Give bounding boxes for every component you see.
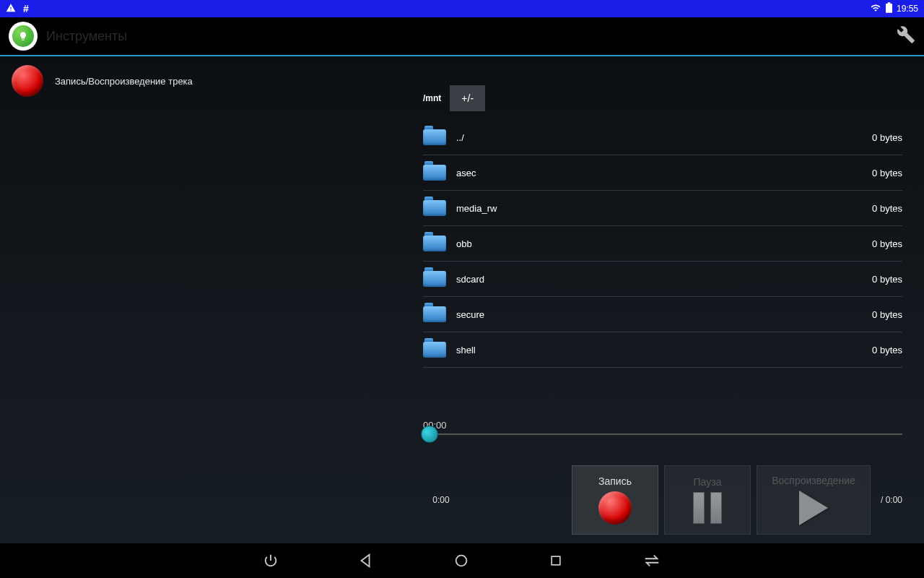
file-size: 0 bytes <box>872 132 902 143</box>
file-name: media_rw <box>456 203 497 214</box>
playback-timeline: 00:00 <box>423 420 902 435</box>
hash-icon: # <box>23 3 29 14</box>
record-button[interactable]: Запись <box>572 465 658 535</box>
warning-icon <box>6 3 16 15</box>
pause-button-label: Пауза <box>694 476 722 488</box>
file-size: 0 bytes <box>872 309 902 320</box>
record-indicator-icon <box>12 65 43 97</box>
timeline-position-label: 00:00 <box>423 420 902 431</box>
file-item-parent[interactable]: ../ 0 bytes <box>423 120 902 155</box>
file-item[interactable]: secure 0 bytes <box>423 297 902 332</box>
folder-icon <box>423 269 446 288</box>
file-item[interactable]: sdcard 0 bytes <box>423 262 902 297</box>
file-name: secure <box>456 309 484 320</box>
transport-controls: 0:00 Запись Пауза Воспроизведение / 0:00 <box>423 465 902 535</box>
battery-icon <box>886 2 892 15</box>
android-nav-bar <box>0 543 924 578</box>
folder-icon <box>423 163 446 182</box>
folder-icon <box>423 199 446 217</box>
recent-apps-button[interactable] <box>549 553 563 568</box>
record-icon <box>598 491 632 525</box>
file-size: 0 bytes <box>872 168 902 178</box>
file-name: shell <box>456 345 476 355</box>
folder-icon <box>423 340 446 359</box>
timeline-thumb[interactable] <box>421 426 438 443</box>
android-status-bar: # 19:55 <box>0 0 924 17</box>
file-name: sdcard <box>456 274 484 285</box>
app-icon[interactable] <box>9 22 38 51</box>
file-item[interactable]: asec 0 bytes <box>423 155 902 191</box>
file-browser: /mnt +/- ../ 0 bytes asec 0 bytes media_… <box>423 85 902 368</box>
file-list: ../ 0 bytes asec 0 bytes media_rw 0 byte… <box>423 120 902 368</box>
toggle-expand-button[interactable]: +/- <box>450 85 485 111</box>
file-size: 0 bytes <box>872 345 902 355</box>
status-time: 19:55 <box>897 4 918 14</box>
record-button-label: Запись <box>598 475 632 487</box>
play-button-label: Воспроизведение <box>772 475 855 486</box>
file-item[interactable]: obb 0 bytes <box>423 226 902 262</box>
current-path: /mnt <box>423 93 441 103</box>
play-icon <box>799 491 828 525</box>
main-content: Запись/Воспроизведение трека /mnt +/- ..… <box>0 56 924 543</box>
timeline-track[interactable] <box>423 434 902 435</box>
file-item[interactable]: shell 0 bytes <box>423 332 902 368</box>
app-header: Инструменты <box>0 17 924 56</box>
settings-wrench-icon[interactable] <box>897 25 915 47</box>
app-title: Инструменты <box>46 29 127 44</box>
svg-point-0 <box>456 556 467 566</box>
folder-icon <box>423 305 446 324</box>
svg-rect-1 <box>552 556 560 565</box>
total-time: / 0:00 <box>881 495 902 505</box>
track-label: Запись/Воспроизведение трека <box>55 76 193 87</box>
folder-icon <box>423 128 446 147</box>
home-button[interactable] <box>453 553 469 569</box>
elapsed-time: 0:00 <box>423 495 459 505</box>
file-item[interactable]: media_rw 0 bytes <box>423 191 902 226</box>
file-size: 0 bytes <box>872 274 902 285</box>
swap-icon[interactable] <box>642 554 661 567</box>
file-size: 0 bytes <box>872 238 902 249</box>
back-button[interactable] <box>358 553 374 569</box>
play-button[interactable]: Воспроизведение <box>757 465 871 535</box>
pause-button[interactable]: Пауза <box>664 465 751 535</box>
pause-icon <box>693 492 722 524</box>
file-name: ../ <box>456 132 464 143</box>
wifi-icon <box>870 3 881 15</box>
file-name: asec <box>456 168 476 178</box>
folder-icon <box>423 234 446 253</box>
path-row: /mnt +/- <box>423 85 902 111</box>
file-name: obb <box>456 238 472 249</box>
power-icon[interactable] <box>263 553 279 569</box>
file-size: 0 bytes <box>872 203 902 214</box>
